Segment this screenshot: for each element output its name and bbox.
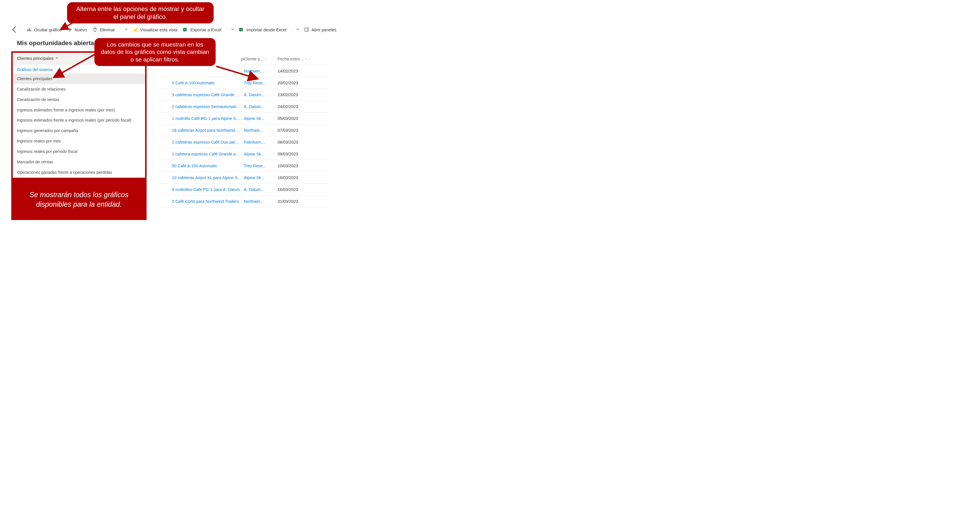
visualize-label: Visualizar esta vista [140, 27, 177, 32]
table-row[interactable]: 18 cafeteras Airpot para Northwind Trade… [156, 124, 328, 136]
open-panels-button[interactable]: Abrir paneles [302, 26, 339, 33]
column-header-date[interactable]: Fecha estim...↑⌄ [278, 57, 323, 61]
cell-client[interactable]: A. Datum... [244, 104, 278, 109]
cell-date: 16/03/2023 [278, 187, 323, 192]
chart-option[interactable]: Marcador de ventas [13, 157, 145, 167]
cell-client[interactable]: A. Datum... [244, 93, 278, 97]
chart-option[interactable]: Operaciones ganadas frente a operaciones… [13, 167, 145, 178]
cell-topic[interactable]: 2 cafeteras espresso Semiautomatic para … [156, 104, 244, 109]
chart-option[interactable]: Ingresos reales por período fiscal [13, 147, 145, 157]
cell-date: 09/03/2023 [278, 152, 323, 156]
svg-line-1 [55, 52, 99, 77]
chart-option[interactable]: Canalización de relaciones [13, 84, 145, 94]
table-row[interactable]: 50 Café A-100 AutomaticTrey Rese...10/03… [156, 160, 328, 172]
chart-icon [27, 27, 32, 32]
svg-rect-7 [135, 29, 136, 32]
cell-client[interactable]: Alpine Sk... [244, 152, 278, 156]
table-row[interactable]: 9 molinillos Café PG-1 para A. DatumA. D… [156, 183, 328, 195]
column-header-client[interactable]: Cliente p...⌄ [244, 57, 278, 61]
table-row[interactable]: 1 molinillo Café BG-1 para Alpine Ski Ho… [156, 113, 328, 124]
svg-line-0 [62, 22, 73, 29]
powerbi-icon [133, 27, 138, 32]
arrow-to-chart-option [51, 51, 102, 79]
cell-topic[interactable]: 3 cafeteras espresso Café Grande para A.… [156, 93, 244, 97]
header-client-label: Cliente p... [244, 57, 263, 61]
import-split-chevron[interactable] [294, 28, 301, 32]
new-label: Nuevo [75, 27, 87, 32]
import-excel-label: Importar desde Excel [247, 27, 286, 32]
cell-client[interactable]: A. Datum... [244, 187, 278, 192]
header-date-label: Fecha estim... [278, 57, 303, 61]
cell-date: 14/02/2023 [278, 69, 323, 73]
delete-label: Eliminar [100, 27, 115, 32]
cell-date: 08/03/2023 [278, 140, 323, 144]
panel-icon [304, 27, 309, 32]
cell-topic[interactable]: 2 cafeteras espresso Café Duo para Fabri… [156, 140, 244, 144]
cell-client[interactable]: Trey Rese... [244, 164, 278, 168]
export-excel-label: Exportar a Excel [190, 27, 221, 32]
separator [21, 27, 22, 33]
trash-icon [92, 27, 97, 32]
table-row[interactable]: 2 Café Corto para Northwind TradersNorth… [156, 195, 328, 207]
chart-option[interactable]: Ingresos estimados frente a ingresos rea… [13, 115, 145, 126]
sort-asc-icon: ↑ [305, 57, 307, 61]
delete-button[interactable]: Eliminar [90, 26, 117, 33]
cell-topic[interactable]: 1 cafetera espresso Café Grande para Alp… [156, 152, 244, 156]
callout-all-charts: Se mostrarán todos los gráficos disponib… [11, 179, 146, 220]
svg-rect-8 [137, 28, 137, 32]
cell-date: 10/03/2023 [278, 164, 323, 168]
svg-rect-5 [30, 30, 31, 31]
chart-option[interactable]: Ingresos estimados frente a ingresos rea… [13, 105, 145, 115]
table-row[interactable]: 2 cafeteras espresso Café Duo para Fabri… [156, 136, 328, 148]
chart-option[interactable]: Ingresos generados por campaña [13, 126, 145, 136]
cell-date: 20/02/2023 [278, 81, 323, 85]
view-title-text: Mis oportunidades abiertas [17, 40, 97, 47]
delete-split-chevron[interactable] [123, 28, 129, 32]
svg-text:X: X [184, 28, 186, 31]
svg-rect-4 [29, 28, 30, 31]
svg-text:X: X [240, 28, 242, 31]
cell-date: 31/03/2023 [278, 199, 323, 204]
cell-topic[interactable]: 50 Café A-100 Automatic [156, 164, 244, 168]
cell-topic[interactable]: 2 Café Corto para Northwind Traders [156, 199, 244, 204]
svg-line-2 [216, 66, 256, 78]
view-selector[interactable]: Mis oportunidades abiertas [17, 40, 103, 47]
cell-topic[interactable]: 10 cafeteras Airpot XL para Alpine Ski H… [156, 175, 244, 180]
cell-date: 05/03/2023 [278, 116, 323, 121]
separator [226, 27, 227, 33]
open-panels-label: Abrir paneles [312, 27, 336, 32]
hide-chart-button[interactable]: Ocultar gráfico [24, 26, 64, 33]
export-split-chevron[interactable] [229, 28, 235, 32]
table-row[interactable]: 10 cafeteras Airpot XL para Alpine Ski H… [156, 172, 328, 183]
cell-client[interactable]: Fabrikam,... [244, 140, 278, 144]
excel-import-icon: X [239, 27, 244, 32]
callout-toggle-chart: Alterna entre las opciones de mostrar y … [67, 2, 214, 23]
cell-topic[interactable]: 18 cafeteras Airpot para Northwind Trade… [156, 128, 244, 132]
table-row[interactable]: 1 cafetera espresso Café Grande para Alp… [156, 148, 328, 160]
cell-client[interactable]: Alpine Sk... [244, 175, 278, 180]
chart-option[interactable]: Canalización de ventas [13, 94, 145, 105]
back-button[interactable] [11, 26, 19, 33]
cell-topic[interactable]: 1 molinillo Café BG-1 para Alpine Ski Ho… [156, 116, 244, 121]
separator [291, 27, 292, 33]
chart-dropdown-list: Gráficos del sistema Clientes principale… [13, 64, 145, 193]
callout-changes: Los cambios que se muestran en los datos… [94, 38, 216, 66]
import-excel-button[interactable]: X Importar desde Excel [237, 26, 289, 33]
cell-client[interactable]: Northwin... [244, 199, 278, 204]
svg-rect-6 [134, 30, 134, 32]
arrow-to-grid-data [215, 65, 260, 82]
chevron-down-icon: ⌄ [264, 57, 267, 61]
cell-client[interactable]: Northwin... [244, 128, 278, 132]
chart-option[interactable]: Ingresos reales por mes [13, 136, 145, 147]
svg-rect-13 [305, 28, 309, 31]
cell-topic[interactable]: 9 molinillos Café PG-1 para A. Datum [156, 187, 244, 192]
header-topic-fragment: pa... [241, 57, 244, 61]
hide-chart-label: Ocultar gráfico [34, 27, 62, 32]
cell-date: 23/02/2023 [278, 93, 323, 97]
table-row[interactable]: 2 cafeteras espresso Semiautomatic para … [156, 101, 328, 113]
cell-client[interactable]: Alpine Sk... [244, 116, 278, 121]
svg-rect-3 [27, 29, 28, 31]
table-row[interactable]: 3 cafeteras espresso Café Grande para A.… [156, 89, 328, 101]
visualize-button[interactable]: Visualizar esta vista [130, 26, 180, 33]
export-excel-button[interactable]: X Exportar a Excel [181, 26, 224, 33]
